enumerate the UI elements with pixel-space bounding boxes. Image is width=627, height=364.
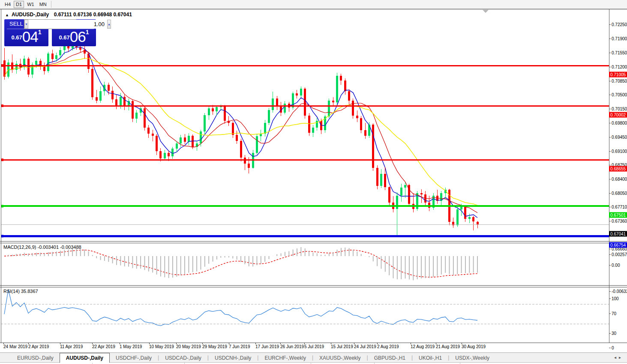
- date-axis-label: 15 Jul 2019: [331, 344, 353, 349]
- mt4-platform: { "toolbar": { "timeframes": [ {"label":…: [0, 0, 627, 364]
- buy-price-prefix: 0.67: [59, 34, 69, 41]
- price-scale-tick-mark: [609, 81, 611, 81]
- price-level-badge: 0.67041: [609, 231, 627, 236]
- price-scale-tick-label: 0.72250: [612, 22, 627, 27]
- chart-window: ▲AUDUSD-,Daily 0.67111 0.67136 0.66948 0…: [0, 9, 627, 364]
- timeframe-toolbar: H4D1W1MN: [0, 0, 627, 9]
- date-axis-label: 26 Jun 2019: [280, 344, 304, 349]
- symbol-tab-bar: EURUSD-,DailyAUDUSD-,DailyUSDCHF-,Daily|…: [0, 352, 627, 362]
- buy-price: 0.67061: [52, 28, 96, 45]
- price-scale-tick-mark: [609, 179, 611, 179]
- symbol-tab-usdchf-daily[interactable]: USDCHF-,Daily: [110, 353, 158, 362]
- sell-price-sup: 1: [38, 29, 42, 36]
- symbol-tab-eurusd-daily[interactable]: EURUSD-,Daily: [11, 353, 60, 362]
- price-scale-tick-mark: [609, 207, 611, 207]
- date-axis-label: 7 Jun 2019: [229, 344, 250, 349]
- volume-increase-button[interactable]: ▲: [107, 20, 111, 29]
- volume-decrease-button[interactable]: ▼: [24, 20, 28, 29]
- price-level-badge: 0.68655: [609, 166, 627, 172]
- rsi-scale-tick-label: 100: [612, 296, 619, 301]
- chart-symbol-label: AUDUSD-,Daily: [12, 12, 49, 18]
- date-axis-label: 22 Apr 2019: [92, 344, 115, 349]
- symbol-tab-usdcnh-daily[interactable]: USDCNH-,Daily: [209, 353, 257, 362]
- collapse-arrow-icon[interactable]: ▲: [5, 13, 9, 17]
- price-scale-tick-label: 0.70500: [612, 92, 627, 97]
- sell-price: 0.67041: [4, 28, 48, 45]
- tab-scroll-left-icon[interactable]: ◂: [614, 355, 619, 360]
- date-axis-label: 20 May 2019: [176, 344, 201, 349]
- macd-indicator-label: MACD(12,26,9) -0.003401 -0.003488: [3, 245, 81, 250]
- price-scale-tick-label: 0.69100: [612, 149, 627, 153]
- macd-scale-tick-label: -0.006326: [612, 289, 627, 294]
- price-scale-tick-mark: [609, 151, 611, 152]
- date-axis-label: 11 Apr 2019: [60, 344, 83, 349]
- tab-scroll-right-icon[interactable]: ▸: [619, 355, 624, 360]
- symbol-tab-usdx-weekly[interactable]: USDX-,Weekly: [449, 353, 495, 362]
- timeframe-button-mn[interactable]: MN: [37, 1, 49, 8]
- macd-scale-tick-mark: [609, 291, 611, 292]
- date-axis-label: 24 Mar 2019: [3, 344, 27, 349]
- buy-price-big: 06: [70, 28, 86, 45]
- main-price-panel: [3, 45, 479, 226]
- chart-title: ▲AUDUSD-,Daily 0.67111 0.67136 0.66948 0…: [5, 12, 132, 18]
- price-scale-tick-mark: [609, 67, 611, 67]
- date-axis-label: 10 May 2019: [149, 344, 174, 349]
- date-axis-label: 29 May 2019: [202, 344, 227, 349]
- one-click-trading-panel: SELL 0.67041 BUY 0.67061 ▼ ▲: [4, 19, 96, 46]
- chart-shift-marker-icon[interactable]: [483, 10, 489, 13]
- macd-scale-tick-label: 0.00: [612, 263, 620, 268]
- macd-panel: [4, 250, 477, 277]
- price-chart-canvas[interactable]: [0, 9, 627, 364]
- symbol-tab-usdcad-daily[interactable]: USDCAD-,Daily: [159, 353, 207, 362]
- tab-scroll-arrows[interactable]: ◂▸: [614, 355, 624, 360]
- price-level-badge: 0.67501: [609, 212, 627, 218]
- price-scale-tick-mark: [609, 39, 611, 39]
- rsi-scale-tick-label: 70: [612, 311, 616, 316]
- price-scale-tick-mark: [609, 24, 611, 25]
- date-axis-label: 12 Aug 2019: [411, 344, 435, 349]
- price-scale-tick-label: 0.68050: [612, 191, 627, 195]
- price-scale-tick-mark: [609, 109, 611, 109]
- sell-price-big: 04: [22, 28, 38, 45]
- price-scale-tick-label: 0.69450: [612, 134, 627, 139]
- rsi-scale-tick-mark: [609, 313, 611, 314]
- volume-input[interactable]: [28, 20, 107, 29]
- buy-price-sup: 1: [86, 29, 89, 36]
- price-level-badge: 0.70002: [609, 112, 627, 118]
- rsi-scale-tick-label: 0: [612, 346, 614, 350]
- price-scale-tick-label: 0.71550: [612, 50, 627, 55]
- symbol-tab-gbpusd-h1[interactable]: GBPUSD-,H1: [368, 353, 411, 362]
- price-scale-tick-label: 0.68400: [612, 177, 627, 182]
- symbol-tab-ukoil-h1[interactable]: UKOil-,H1: [413, 353, 448, 362]
- price-scale-tick-label: 0.70850: [612, 78, 627, 83]
- sell-price-prefix: 0.67: [11, 34, 22, 41]
- price-scale-tick-mark: [609, 53, 611, 53]
- timeframe-button-d1[interactable]: D1: [14, 1, 24, 8]
- price-scale-tick-mark: [609, 95, 611, 95]
- symbol-tab-audusd-daily[interactable]: AUDUSD-,Daily: [60, 353, 110, 363]
- rsi-scale-tick-mark: [609, 298, 611, 299]
- date-axis-label: 1 May 2019: [120, 344, 142, 349]
- price-scale-tick-mark: [609, 123, 611, 123]
- date-axis-label: 21 Aug 2019: [436, 344, 460, 349]
- price-scale-tick-mark: [609, 193, 611, 194]
- price-scale-tick-label: 0.67710: [612, 204, 627, 209]
- rsi-panel: [4, 289, 477, 326]
- chart-ohlc-values: 0.67111 0.67136 0.66948 0.67041: [54, 12, 132, 18]
- symbol-tab-xauusd-weekly[interactable]: XAUUSD-,Weekly: [313, 353, 366, 362]
- price-scale-tick-label: 0.71900: [612, 36, 627, 41]
- macd-scale-tick-mark: [609, 254, 611, 255]
- toolbar-separator: [51, 1, 51, 8]
- date-axis-label: 5 Jul 2019: [304, 344, 324, 349]
- symbol-tab-eurchf-weekly[interactable]: EURCHF-,Weekly: [258, 353, 312, 362]
- volume-control: ▼ ▲: [24, 19, 76, 29]
- rsi-scale-tick-label: 30: [612, 331, 616, 335]
- date-axis-label: 17 Jun 2019: [255, 344, 279, 349]
- timeframe-button-w1[interactable]: W1: [25, 1, 36, 8]
- price-scale-tick-label: 0.71200: [612, 64, 627, 69]
- rsi-indicator-label: RSI(14) 35.8367: [3, 289, 38, 294]
- date-axis-label: 2 Aug 2019: [377, 344, 399, 349]
- timeframe-button-h4[interactable]: H4: [3, 1, 13, 8]
- price-level-badge: 0.66754: [609, 242, 627, 248]
- price-scale-tick-mark: [609, 137, 611, 137]
